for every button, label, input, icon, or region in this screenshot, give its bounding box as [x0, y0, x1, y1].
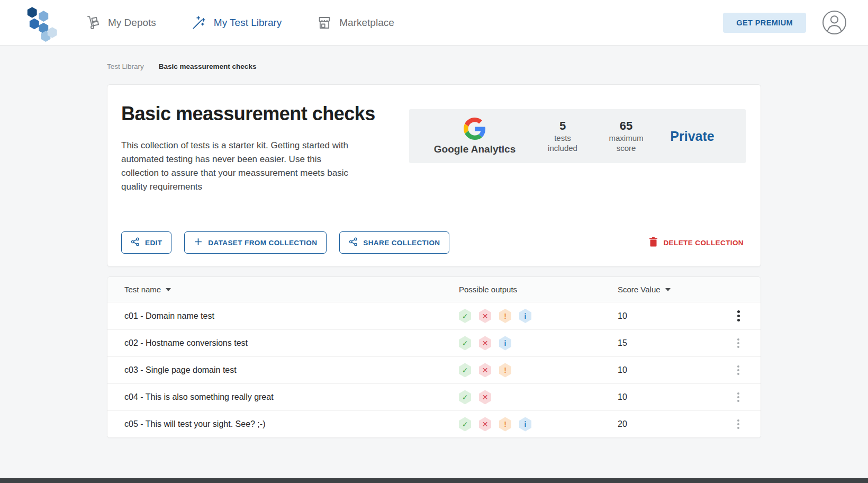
- info-hexagon-icon: i: [519, 309, 531, 323]
- row-menu-kebab-icon[interactable]: [733, 307, 744, 325]
- row-menu-kebab-icon[interactable]: [733, 389, 744, 405]
- stat-label: maximum score: [603, 133, 649, 154]
- visibility-badge: Private: [658, 129, 727, 144]
- stats-panel: Google Analytics 5 tests included 65 max…: [409, 109, 746, 163]
- row-menu-cell: [716, 307, 761, 325]
- nav-label: My Test Library: [214, 17, 282, 29]
- trash-icon: [649, 237, 658, 248]
- row-menu-kebab-icon[interactable]: [733, 335, 744, 351]
- row-menu-cell: [716, 362, 761, 378]
- warning-hexagon-icon: !: [499, 309, 511, 323]
- possible-outputs: ✓✕: [446, 390, 605, 405]
- table-row: c05 - This will test your sight. See? ;-…: [107, 410, 761, 437]
- row-menu-cell: [716, 416, 761, 432]
- stat-value: 5: [531, 119, 594, 133]
- column-label: Score Value: [618, 285, 661, 294]
- table-header: Test name Possible outputs Score Value: [107, 277, 761, 302]
- test-name: c03 - Single page domain test: [107, 365, 446, 375]
- possible-outputs: ✓✕!: [446, 363, 605, 378]
- test-name: c05 - This will test your sight. See? ;-…: [107, 419, 446, 429]
- score-value: 15: [605, 338, 716, 348]
- delete-collection-button[interactable]: DELETE COLLECTION: [647, 232, 746, 253]
- column-label: Possible outputs: [459, 285, 517, 294]
- info-hexagon-icon: i: [519, 417, 531, 432]
- nav-label: My Depots: [108, 17, 156, 29]
- breadcrumb-parent[interactable]: Test Library: [107, 62, 144, 70]
- table-row: c03 - Single page domain test✓✕!10: [107, 356, 761, 383]
- score-value: 10: [605, 311, 716, 321]
- collection-card: Basic meassurement checks This collectio…: [107, 84, 761, 267]
- button-label: DATASET FROM COLLECTION: [208, 239, 317, 247]
- success-hexagon-icon: ✓: [459, 417, 471, 432]
- collection-description: This collection of tests is a starter ki…: [121, 139, 360, 194]
- column-score-value[interactable]: Score Value: [605, 285, 716, 294]
- possible-outputs: ✓✕!i: [446, 309, 605, 323]
- nav-my-depots[interactable]: My Depots: [85, 15, 156, 31]
- success-hexagon-icon: ✓: [459, 363, 471, 378]
- bottom-strip: [0, 478, 868, 483]
- share-collection-button[interactable]: SHARE COLLECTION: [339, 231, 449, 254]
- breadcrumb-current: Basic meassurement checks: [159, 62, 257, 70]
- edit-button[interactable]: EDIT: [121, 231, 171, 254]
- main-nav: My Depots My Test Library: [85, 15, 394, 31]
- warning-hexagon-icon: !: [499, 363, 511, 378]
- table-row: c01 - Domain name test✓✕!i10: [107, 302, 761, 329]
- success-hexagon-icon: ✓: [459, 309, 471, 323]
- collection-actions: EDIT DATASET FROM COLLECTION SHARE COLLE…: [121, 231, 746, 254]
- score-value: 10: [605, 392, 716, 402]
- storefront-icon: [317, 15, 332, 31]
- score-value: 10: [605, 365, 716, 375]
- nav-marketplace[interactable]: Marketplace: [317, 15, 394, 31]
- stat-maximum-score: 65 maximum score: [594, 119, 658, 153]
- nav-label: Marketplace: [339, 17, 394, 29]
- row-menu-cell: [716, 335, 761, 351]
- info-hexagon-icon: i: [499, 336, 511, 351]
- sort-caret-icon: [166, 288, 171, 291]
- stat-value: 65: [594, 119, 658, 133]
- nav-right: GET PREMIUM: [723, 10, 847, 35]
- share-icon: [131, 237, 140, 248]
- success-hexagon-icon: ✓: [459, 336, 471, 351]
- sort-caret-icon: [665, 288, 671, 291]
- row-menu-cell: [716, 389, 761, 405]
- nav-my-test-library[interactable]: My Test Library: [191, 15, 282, 31]
- column-test-name[interactable]: Test name: [107, 285, 446, 294]
- hand-truck-icon: [85, 15, 101, 31]
- fail-hexagon-icon: ✕: [479, 417, 491, 432]
- fail-hexagon-icon: ✕: [479, 309, 491, 323]
- button-label: EDIT: [145, 239, 162, 247]
- row-menu-kebab-icon[interactable]: [733, 362, 744, 378]
- table-body: c01 - Domain name test✓✕!i10c02 - Hostna…: [107, 302, 761, 437]
- table-row: c02 - Hostname conversions test✓✕i15: [107, 329, 761, 356]
- app-logo[interactable]: [19, 4, 58, 41]
- button-label: SHARE COLLECTION: [363, 239, 440, 247]
- share-icon: [349, 237, 358, 248]
- score-value: 20: [605, 419, 716, 429]
- possible-outputs: ✓✕i: [446, 336, 605, 351]
- possible-outputs: ✓✕!i: [446, 417, 605, 432]
- profile-avatar-icon[interactable]: [822, 10, 847, 35]
- fail-hexagon-icon: ✕: [479, 363, 491, 378]
- breadcrumb: Test Library Basic meassurement checks: [107, 62, 761, 70]
- top-nav: My Depots My Test Library: [0, 0, 868, 46]
- google-logo-icon: [464, 118, 486, 142]
- column-label: Test name: [124, 285, 161, 294]
- test-name: c02 - Hostname conversions test: [107, 338, 446, 348]
- stat-label: tests included: [539, 133, 586, 154]
- fail-hexagon-icon: ✕: [479, 336, 491, 351]
- stat-tests-included: 5 tests included: [531, 119, 594, 153]
- get-premium-button[interactable]: GET PREMIUM: [723, 13, 806, 33]
- dataset-from-collection-button[interactable]: DATASET FROM COLLECTION: [184, 231, 327, 254]
- tests-table: Test name Possible outputs Score Value c…: [107, 276, 761, 438]
- warning-hexagon-icon: !: [499, 417, 511, 432]
- test-name: c01 - Domain name test: [107, 311, 446, 321]
- provider-name: Google Analytics: [434, 144, 516, 155]
- test-name: c04 - This is also something really grea…: [107, 392, 446, 402]
- column-possible-outputs: Possible outputs: [446, 285, 605, 294]
- magic-wand-icon: [191, 15, 207, 31]
- table-row: c04 - This is also something really grea…: [107, 383, 761, 410]
- page-title: Basic meassurement checks: [121, 103, 409, 125]
- success-hexagon-icon: ✓: [459, 390, 471, 405]
- row-menu-kebab-icon[interactable]: [733, 416, 744, 432]
- fail-hexagon-icon: ✕: [479, 390, 491, 405]
